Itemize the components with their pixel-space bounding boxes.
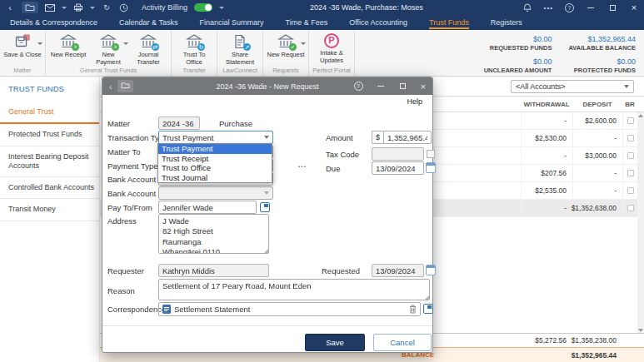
tab-details-correspondence[interactable]: Details & Correspondence [10, 15, 97, 30]
scroll-down-icon[interactable] [638, 329, 643, 332]
dialog-help-icon[interactable]: ? [354, 82, 363, 91]
group-label-general-trust-funds: General Trust Funds [49, 66, 167, 75]
matter-folder-icon[interactable] [22, 2, 38, 13]
due-label: Due [326, 164, 340, 173]
br-checkbox[interactable] [627, 152, 634, 159]
sidebar-item-transit-money[interactable]: Transit Money [0, 199, 99, 221]
resize-handle-icon[interactable] [425, 295, 429, 300]
matter-input[interactable] [158, 117, 200, 130]
trust-to-office-button[interactable]: ↻ Trust To Office [175, 32, 213, 66]
ledger-scrollbar[interactable] [637, 112, 644, 333]
dialog-back-icon[interactable]: ‹ [109, 82, 112, 91]
back-icon[interactable]: ‹ [5, 2, 15, 13]
trust-balances-summary: $0.00REQUESTED FUNDS $1,352,965.44AVAILA… [484, 30, 644, 76]
tax-code-label: Tax Code [326, 150, 359, 159]
timer-icon[interactable] [118, 2, 128, 13]
email-icon[interactable] [45, 2, 55, 13]
intake-updates-button[interactable]: P Intake & Updates [312, 32, 351, 64]
activity-billing-toggle[interactable] [194, 3, 212, 12]
print-dropdown-caret[interactable] [90, 7, 95, 9]
br-checkbox[interactable] [627, 187, 634, 194]
resize-handle-icon[interactable] [264, 249, 268, 253]
br-checkbox[interactable] [627, 205, 634, 211]
sidebar-item-general-trust[interactable]: General Trust [0, 102, 99, 124]
dialog-help-link[interactable]: Help [407, 97, 422, 106]
cancel-button[interactable]: Cancel [373, 334, 432, 351]
bank-clock-icon: ↻ [186, 33, 202, 50]
address-textarea[interactable]: J Wade 82 High Street Raumanga Whangārei… [158, 214, 269, 254]
new-request-button[interactable]: ✓ New Request [267, 32, 305, 58]
bank-account2-select[interactable] [158, 186, 273, 200]
minimize-icon[interactable] [586, 2, 596, 13]
tax-code-input[interactable] [372, 147, 424, 161]
trash-icon[interactable] [409, 305, 417, 314]
requested-date-input[interactable] [372, 264, 424, 277]
more-options-icon[interactable]: ••• [544, 4, 553, 12]
tab-financial-summary[interactable]: Financial Summary [199, 15, 263, 30]
sidebar-item-interest-bearing-deposit-accounts[interactable]: Interest Bearing Deposit Accounts [0, 146, 99, 178]
dialog-close-icon[interactable]: × [421, 82, 426, 91]
new-receipt-button[interactable]: + New Receipt [49, 32, 87, 66]
requester-input[interactable] [158, 264, 269, 277]
br-checkbox[interactable] [627, 170, 634, 176]
tab-office-accounting[interactable]: Office Accounting [349, 15, 407, 30]
correspondence-field[interactable]: Settlement Statement [158, 302, 421, 316]
due-calendar-icon[interactable] [426, 162, 436, 173]
share-statement-button[interactable]: ↗ Share Statement [221, 32, 259, 66]
dropdown-option-trust-journal[interactable]: Trust Journal [158, 173, 272, 183]
tab-trust-funds[interactable]: Trust Funds [429, 15, 469, 30]
save-close-button[interactable]: Save & Close [3, 32, 42, 58]
tab-registers[interactable]: Registers [491, 15, 522, 30]
dialog-titlebar[interactable]: ‹ 2024 -36 Wade - New Request ? × [102, 77, 432, 95]
app-titlebar: ‹ ↻ Activity Billing 2024 -36 Wade, Purc… [0, 0, 644, 15]
maximize-icon[interactable] [607, 2, 617, 13]
journal-transfer-button[interactable]: ⇄ Journal Transfer [129, 32, 167, 66]
uncleared-amount: $0.00UNCLEARED AMOUNT [484, 57, 552, 77]
activity-billing-label: Activity Billing [142, 3, 187, 12]
notifications-bell-icon[interactable] [522, 2, 532, 13]
tax-code-checkbox[interactable] [427, 150, 435, 158]
close-icon[interactable]: × [629, 2, 639, 13]
contact-lookup-icon[interactable] [260, 202, 270, 212]
bank-plus-icon: + [60, 33, 77, 50]
dropdown-option-trust-payment[interactable]: Trust Payment [158, 144, 272, 154]
matter-description: Purchase [219, 119, 252, 128]
br-checkbox[interactable] [627, 117, 634, 124]
help-icon[interactable]: ? [565, 3, 574, 12]
bank-plus-icon: + [100, 33, 117, 50]
new-payment-caret[interactable] [123, 42, 128, 45]
br-checkbox[interactable] [627, 135, 634, 141]
sidebar-item-controlled-bank-accounts[interactable]: Controlled Bank Accounts [0, 177, 99, 199]
new-payment-button[interactable]: + New Payment [89, 32, 127, 66]
chevron-down-icon [264, 136, 269, 139]
save-button[interactable]: Save [305, 334, 365, 351]
amount-input[interactable] [383, 131, 432, 144]
email-dropdown-caret[interactable] [62, 7, 67, 9]
dialog-folder-icon[interactable] [117, 80, 133, 92]
reason-label: Reason [107, 286, 135, 295]
requested-calendar-icon[interactable] [426, 265, 436, 275]
correspondence-popout-icon[interactable] [423, 304, 433, 314]
accounts-filter-select[interactable]: <All Accounts> [511, 80, 634, 93]
scroll-up-icon[interactable] [638, 114, 643, 117]
tab-time-fees[interactable]: Time & Fees [285, 15, 327, 30]
sidebar-item-protected-trust-funds[interactable]: Protected Trust Funds [0, 124, 99, 146]
dialog-maximize-icon[interactable] [398, 81, 408, 92]
dropdown-option-trust-to-office[interactable]: Trust to Office [158, 163, 272, 173]
due-date-input[interactable] [372, 161, 424, 175]
transaction-type-select[interactable]: Trust Payment [158, 131, 273, 144]
dialog-body: Help Matter Purchase Transaction Type Tr… [102, 95, 432, 354]
save-close-caret[interactable] [37, 42, 42, 45]
bank-check-icon: ✓ [277, 33, 294, 50]
dropdown-option-trust-receipt[interactable]: Trust Receipt [158, 154, 272, 164]
titlebar-more-caret[interactable] [219, 7, 224, 9]
reason-textarea[interactable]: Settlement of 17 Peary Road, Mount Eden [158, 279, 430, 300]
document-share-icon: ↗ [232, 33, 248, 50]
dialog-minimize-icon[interactable] [376, 81, 386, 92]
pay-to-from-input[interactable] [158, 201, 257, 214]
payment-type-more-button[interactable]: ... [295, 159, 310, 171]
print-icon[interactable] [73, 2, 83, 13]
tab-calendar-tasks[interactable]: Calendar & Tasks [119, 15, 177, 30]
refresh-icon[interactable]: ↻ [102, 2, 112, 13]
new-request-caret[interactable] [301, 42, 306, 45]
